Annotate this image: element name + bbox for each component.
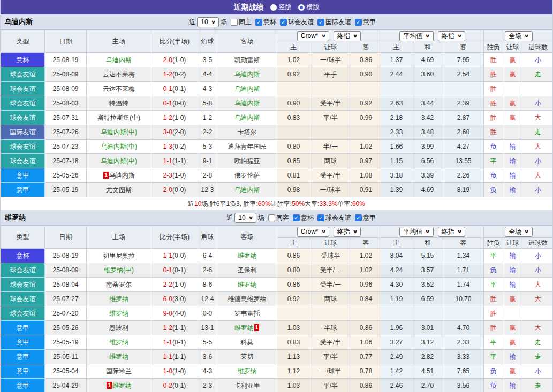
result-handicap: 赢 <box>503 96 522 111</box>
chevron-down-icon: ∨ <box>457 32 462 40</box>
checkbox-label: 意杯 <box>301 213 314 222</box>
avg-draw: 3.12 <box>412 335 443 350</box>
match-count-select-1[interactable]: 10∨ <box>234 213 256 223</box>
handicap-line: 平/半 <box>310 350 351 364</box>
col-header-0: 类型 <box>1 226 45 249</box>
result-wdl: 负 <box>484 140 503 154</box>
result-wdl: 负 <box>484 379 503 392</box>
avg-away: 2.33 <box>443 335 484 350</box>
away-team: 卡塔尔 <box>217 125 277 140</box>
away-team: 维罗纳 <box>217 249 277 263</box>
odds-away <box>351 306 381 321</box>
final-avg-select-0[interactable]: 终指∨ <box>438 31 465 41</box>
odds-home: 0.83 <box>277 335 310 350</box>
avg-draw: 3.52 <box>412 278 443 292</box>
final-avg-select-1[interactable]: 终指∨ <box>438 227 465 237</box>
results-table: 类型日期主场比分(半场)角球客场 Crow*∨终指∨ 平均值∨终指∨ 全场∨ 主… <box>1 30 553 197</box>
away-team: 维罗纳 <box>217 278 277 292</box>
table-row: 球会友谊 25-08-09 维罗纳(中) 0-1(0-1) 2-6 圣保利 0.… <box>1 263 553 278</box>
same-venue-filter-0[interactable]: 同主 <box>231 18 252 27</box>
result-wdl: 负 <box>484 263 503 278</box>
odds-away: 1.06 <box>351 335 381 350</box>
average-select-1[interactable]: 平均值∨ <box>399 227 433 237</box>
league-filter-1-2[interactable]: ✓意甲 <box>355 213 376 222</box>
sub-col-header-8: 进球数 <box>522 42 553 53</box>
score: 1-1(0-1) <box>151 335 198 350</box>
result-wdl: 平 <box>484 278 503 292</box>
result-wdl: 负 <box>484 364 503 379</box>
col-header-1: 日期 <box>45 226 87 249</box>
away-team: 乌迪内斯 <box>217 82 277 96</box>
games-label: 场 <box>221 18 227 27</box>
avg-home: 3.18 <box>381 168 412 183</box>
final-odds-select-1[interactable]: 终指∨ <box>334 227 361 237</box>
league-filter-0-2[interactable]: ✓国际友谊 <box>317 18 351 27</box>
odds-away: 0.78 <box>351 364 381 379</box>
chevron-down-icon: ∨ <box>457 228 462 236</box>
odds-home <box>277 125 310 140</box>
away-team: 卡利亚里 <box>217 379 277 392</box>
result-wdl: 胜 <box>484 292 503 306</box>
away-team: 罗韦雷托 <box>217 306 277 321</box>
league-filter-1-1[interactable]: ✓球会友谊 <box>317 213 351 222</box>
odds-home: 1.12 <box>277 364 310 379</box>
layout-radio-vertical[interactable]: 竖版 <box>270 3 292 12</box>
odds-home: 0.81 <box>277 168 310 183</box>
league-filter-0-3[interactable]: ✓意甲 <box>355 18 376 27</box>
odds-home: 0.86 <box>277 278 310 292</box>
odds-away: 0.99 <box>351 111 381 125</box>
avg-away: 2.60 <box>443 125 484 140</box>
home-team: 维罗纳 <box>87 335 151 350</box>
bookmaker-select-0[interactable]: Crow*∨ <box>297 31 329 41</box>
final-odds-select-0[interactable]: 终指∨ <box>334 31 361 41</box>
league-filter-1-0[interactable]: ✓意杯 <box>293 213 314 222</box>
score: 1-2(1-1) <box>151 321 198 335</box>
select-value: 平均值 <box>403 32 422 40</box>
match-type-badge: 意甲 <box>1 335 45 350</box>
corner-count: 0-0 <box>198 306 217 321</box>
select-value: 平均值 <box>403 228 422 236</box>
avg-away: 2.54 <box>443 67 484 82</box>
match-date: 25-08-09 <box>45 82 87 96</box>
sub-col-header-4: 和 <box>412 238 443 249</box>
avg-away: 4.70 <box>443 321 484 335</box>
scope-group-header: 全场∨ <box>484 226 553 238</box>
result-wdl: 平 <box>484 350 503 364</box>
result-goals: 走 <box>522 379 553 392</box>
summary-segment: 60% <box>258 200 271 207</box>
average-select-0[interactable]: 平均值∨ <box>399 31 433 41</box>
odds-away: 1.02 <box>351 263 381 278</box>
layout-radio-horizontal[interactable]: 横版 <box>298 3 320 12</box>
score: 2-0(0-0) <box>151 183 198 197</box>
home-team: 维罗纳 <box>87 292 151 306</box>
odds-home <box>277 82 310 96</box>
avg-home: 2.33 <box>381 125 412 140</box>
bookmaker-select-1[interactable]: Crow*∨ <box>297 227 329 237</box>
checked-checkbox-icon: ✓ <box>255 19 262 26</box>
sub-col-header-0: 主 <box>277 238 310 249</box>
avg-away: 1.74 <box>443 278 484 292</box>
league-filter-0-1[interactable]: ✓球会友谊 <box>280 18 314 27</box>
checked-checkbox-icon: ✓ <box>355 214 362 221</box>
result-goals: 大 <box>522 292 553 306</box>
same-venue-filter-1[interactable]: 同客 <box>268 213 289 222</box>
checkbox-label: 球会友谊 <box>325 213 351 222</box>
handicap-line: 一/球半 <box>310 364 351 379</box>
odds-away: 0.86 <box>351 321 381 335</box>
chevron-down-icon: ∨ <box>524 32 529 40</box>
filter-controls: 近 10∨ 场 同客 ✓意杯✓球会友谊✓意甲 <box>226 213 376 223</box>
scope-select-1[interactable]: 全场∨ <box>505 227 532 237</box>
odds-away: 0.92 <box>351 96 381 111</box>
league-filter-0-0[interactable]: ✓意杯 <box>255 18 276 27</box>
away-team: 欧帕提亚 <box>217 154 277 168</box>
select-value: 全场 <box>509 228 521 236</box>
score: 0-1(0-1) <box>151 82 198 96</box>
checkbox-label: 同客 <box>276 213 289 222</box>
odds-away: 0.77 <box>351 350 381 364</box>
handicap-line: 受平/半 <box>310 168 351 183</box>
match-count-select-0[interactable]: 10∨ <box>197 17 219 27</box>
away-team: 维罗纳 <box>217 364 277 379</box>
scope-select-0[interactable]: 全场∨ <box>505 31 532 41</box>
score: 3-0(2-0) <box>151 125 198 140</box>
match-date: 25-08-19 <box>45 249 87 263</box>
